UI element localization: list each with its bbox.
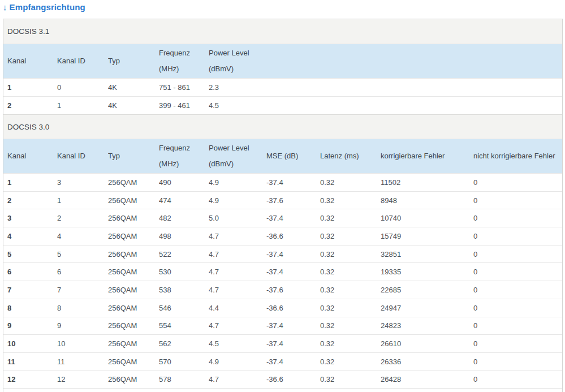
table-cell: 0.32 [320, 227, 381, 245]
table-cell: 4.7 [209, 263, 266, 281]
table-cell: 562 [159, 335, 209, 353]
table-cell: -36.6 [266, 371, 320, 389]
table-row: 1 3 256QAM 490 4.9 -37.4 0.32 11502 0 [3, 174, 562, 192]
kanal-cell: 1 [3, 78, 57, 96]
page: ↓Empfangsrichtung DOCSIS 3.1 Kanal Kanal… [0, 0, 565, 392]
table-cell: 7 [57, 281, 108, 299]
table-cell: 4.4 [209, 299, 266, 317]
table-cell: 482 [159, 209, 209, 227]
table-cell: 5 [57, 245, 108, 263]
column-header-power-level: Power Level(dBmV) [209, 139, 266, 174]
kanal-cell: 7 [3, 281, 57, 299]
table-cell: -37.4 [266, 174, 320, 192]
table-cell: 4.5 [209, 96, 562, 114]
table-cell: 4.9 [209, 191, 266, 209]
table-cell: 4K [108, 78, 159, 96]
column-header-typ: Typ [108, 44, 159, 78]
table-cell: 570 [159, 352, 209, 371]
table-cell: 2.3 [209, 78, 562, 96]
table-cell: 11502 [381, 174, 473, 192]
table-cell: 0 [473, 299, 562, 317]
column-header-korrigierbare-fehler: korrigierbare Fehler [381, 139, 473, 174]
docsis30-table: DOCSIS 3.0 Kanal Kanal ID Typ Frequenz(M… [3, 114, 562, 392]
table-cell: 4.7 [209, 245, 266, 263]
table-cell: 0.32 [320, 335, 381, 353]
table-cell: 6 [57, 263, 108, 281]
table-cell: 538 [159, 281, 209, 299]
kanal-cell: 5 [3, 245, 57, 263]
table-cell: 256QAM [108, 209, 159, 227]
table-cell: 256QAM [108, 227, 159, 245]
table-cell: 0.32 [320, 209, 381, 227]
table-cell: -37.4 [266, 263, 320, 281]
column-header-typ: Typ [108, 139, 159, 174]
table-cell: -37.4 [266, 209, 320, 227]
column-header-kanal-id: Kanal ID [57, 139, 108, 174]
table-cell: 9 [57, 317, 108, 335]
kanal-cell: 9 [3, 317, 57, 335]
docsis31-section-label: DOCSIS 3.1 [3, 19, 562, 44]
table-cell: 4.7 [209, 227, 266, 245]
table-cell: 22685 [381, 281, 473, 299]
table-cell: 0 [473, 371, 562, 389]
table-cell: 8 [57, 299, 108, 317]
table-row: 10 10 256QAM 562 4.5 -37.4 0.32 26610 0 [3, 335, 562, 353]
column-header-frequenz: Frequenz(MHz) [159, 139, 209, 174]
table-row: 9 9 256QAM 554 4.7 -37.4 0.32 24823 0 [3, 317, 562, 335]
table-cell: 2 [57, 209, 108, 227]
table-cell: 24947 [381, 299, 473, 317]
docsis31-section-header-row: DOCSIS 3.1 [3, 19, 562, 44]
table-cell: 256QAM [108, 263, 159, 281]
table-cell: -36.6 [266, 227, 320, 245]
table-cell: -37.4 [266, 317, 320, 335]
table-cell: 399 - 461 [159, 96, 209, 114]
table-cell: 0 [473, 174, 562, 192]
table-cell: 256QAM [108, 371, 159, 389]
table-row: 4 4 256QAM 498 4.7 -36.6 0.32 15749 0 [3, 227, 562, 245]
column-header-mse: MSE (dB) [266, 139, 320, 174]
table-cell: 11 [57, 352, 108, 371]
table-cell: 26336 [381, 352, 473, 371]
table-row: 3 2 256QAM 482 5.0 -37.4 0.32 10740 0 [3, 209, 562, 227]
column-header-nicht-korrigierbare-fehler: nicht korrigierbare Fehler [473, 139, 562, 174]
table-cell: 4.7 [209, 371, 266, 389]
table-cell: -37.4 [266, 245, 320, 263]
table-cell: 0.32 [320, 191, 381, 209]
kanal-cell: 3 [3, 209, 57, 227]
table-cell: 0 [473, 281, 562, 299]
table-cell: -36.6 [266, 299, 320, 317]
table-cell: 490 [159, 174, 209, 192]
empfangsrichtung-section-link[interactable]: ↓Empfangsrichtung [3, 2, 85, 12]
table-cell: 10 [57, 335, 108, 353]
table-cell: 0 [473, 317, 562, 335]
table-cell: 0.32 [320, 317, 381, 335]
table-cell: 4K [108, 96, 159, 114]
column-header-frequenz: Frequenz(MHz) [159, 44, 209, 78]
column-header-kanal: Kanal [3, 139, 57, 174]
column-header-kanal-id: Kanal ID [57, 44, 108, 78]
table-row: 1 0 4K 751 - 861 2.3 [3, 78, 562, 96]
table-cell: 0.32 [320, 281, 381, 299]
table-row: 11 11 256QAM 570 4.9 -37.4 0.32 26336 0 [3, 352, 562, 371]
table-cell: 751 - 861 [159, 78, 209, 96]
table-cell: 26610 [381, 335, 473, 353]
table-cell: 4.5 [209, 335, 266, 353]
table-cell: -37.6 [266, 191, 320, 209]
docsis30-section-header-row: DOCSIS 3.0 [3, 115, 562, 139]
table-cell: 546 [159, 299, 209, 317]
table-row: 12 12 256QAM 578 4.7 -36.6 0.32 26428 0 [3, 371, 562, 389]
table-cell: 1 [57, 96, 108, 114]
table-cell: 474 [159, 191, 209, 209]
table-cell: 0 [473, 209, 562, 227]
kanal-cell: 10 [3, 335, 57, 353]
table-cell: 0 [57, 78, 108, 96]
table-cell: 19335 [381, 263, 473, 281]
table-cell: -37.6 [266, 281, 320, 299]
table-cell: 554 [159, 317, 209, 335]
table-cell: 4.9 [209, 174, 266, 192]
docsis-status-panel: DOCSIS 3.1 Kanal Kanal ID Typ Frequenz(M… [3, 19, 563, 392]
table-cell: 0 [473, 191, 562, 209]
table-cell: 10740 [381, 209, 473, 227]
table-cell: 0.32 [320, 245, 381, 263]
kanal-cell: 8 [3, 299, 57, 317]
